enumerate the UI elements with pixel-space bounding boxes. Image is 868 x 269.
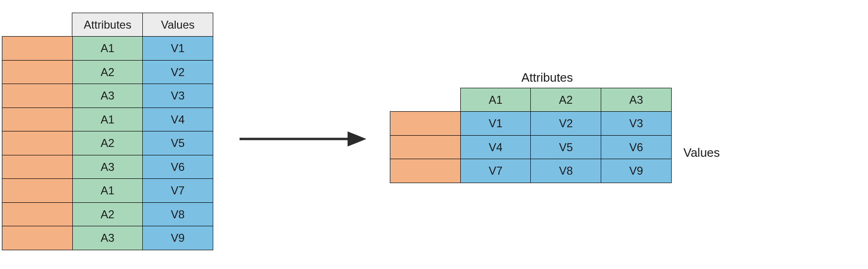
row-key	[2, 108, 73, 132]
value-cell: V1	[460, 111, 531, 136]
attr-cell: A3	[72, 155, 143, 179]
table-header-row: Attributes Values	[2, 13, 213, 37]
table-row: A3 V3	[2, 85, 213, 108]
table-row: A1 V1	[2, 37, 213, 61]
row-key	[2, 60, 73, 85]
value-cell: V2	[142, 60, 213, 85]
arrow-right-icon	[240, 130, 366, 148]
row-key	[2, 36, 73, 61]
value-cell: V7	[460, 159, 531, 183]
wide-table: A1 A2 A3 V1 V2 V3 V4 V5 V6 V7 V8 V9	[390, 88, 672, 183]
attr-cell: A1	[72, 178, 143, 203]
col-header: A2	[530, 88, 601, 112]
table-row: V7 V8 V9	[390, 160, 672, 184]
row-key	[2, 226, 73, 250]
row-key	[390, 135, 461, 160]
table-row: A1 V7	[2, 179, 213, 203]
attr-cell: A2	[72, 202, 143, 227]
col-header: A1	[460, 88, 531, 112]
value-cell: V7	[142, 178, 213, 203]
col-header: A3	[601, 88, 672, 112]
table-row: A3 V9	[2, 227, 213, 251]
value-cell: V8	[142, 202, 213, 227]
row-key	[2, 84, 73, 108]
blank-corner	[2, 13, 73, 37]
value-cell: V5	[142, 131, 213, 155]
attr-cell: A3	[72, 84, 143, 108]
attr-cell: A1	[72, 108, 143, 132]
header-values: Values	[142, 13, 213, 37]
values-label: Values	[683, 146, 720, 160]
table-row: A3 V6	[2, 155, 213, 179]
value-cell: V9	[601, 159, 672, 183]
table-row: A2 V2	[2, 61, 213, 85]
row-key	[2, 178, 73, 203]
table-row: A1 V4	[2, 108, 213, 132]
attr-cell: A3	[72, 226, 143, 250]
table-row: A2 V8	[2, 203, 213, 227]
value-cell: V8	[530, 159, 601, 183]
attributes-label: Attributes	[521, 70, 573, 85]
row-key	[2, 155, 73, 179]
value-cell: V5	[530, 135, 601, 160]
table-row: V1 V2 V3	[390, 112, 672, 136]
row-key	[2, 202, 73, 227]
attr-cell: A2	[72, 60, 143, 85]
value-cell: V4	[460, 135, 531, 160]
table-header-row: A1 A2 A3	[390, 88, 672, 112]
value-cell: V6	[142, 155, 213, 179]
table-row: V4 V5 V6	[390, 136, 672, 160]
svg-marker-1	[348, 131, 366, 146]
value-cell: V3	[142, 84, 213, 108]
value-cell: V2	[530, 111, 601, 136]
row-key	[390, 111, 461, 136]
value-cell: V6	[601, 135, 672, 160]
attr-cell: A2	[72, 131, 143, 155]
header-attributes: Attributes	[72, 13, 143, 37]
long-table: Attributes Values A1 V1 A2 V2 A3 V3 A1 V…	[2, 13, 213, 250]
blank-corner	[390, 88, 461, 112]
row-key	[2, 131, 73, 155]
value-cell: V9	[142, 226, 213, 250]
value-cell: V4	[142, 108, 213, 132]
attr-cell: A1	[72, 36, 143, 61]
value-cell: V1	[142, 36, 213, 61]
row-key	[390, 159, 461, 183]
table-row: A2 V5	[2, 132, 213, 156]
value-cell: V3	[601, 111, 672, 136]
